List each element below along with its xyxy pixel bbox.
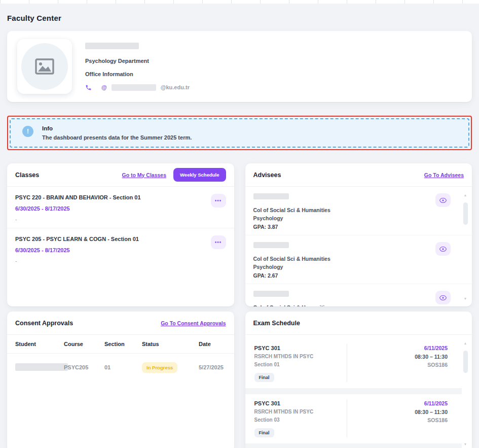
faculty-center-page: Faculty Center Psychology Department Off… bbox=[0, 4, 479, 448]
consent-approvals-header: Consent Approvals Go To Consent Approval… bbox=[7, 312, 234, 335]
more-options-button[interactable]: ••• bbox=[211, 235, 226, 249]
column-header-section: Section bbox=[104, 341, 142, 347]
exam-schedule-header: Exam Schedule bbox=[245, 312, 472, 335]
info-banner-message: The dashboard presents data for the Summ… bbox=[42, 134, 192, 141]
exam-room: SOS186 bbox=[353, 416, 448, 424]
at-icon: @ bbox=[101, 84, 107, 90]
scroll-up-icon[interactable]: ▲ bbox=[464, 341, 467, 346]
profile-office-label: Office Information bbox=[85, 71, 190, 77]
exam-room: SOS186 bbox=[353, 361, 448, 369]
class-title: PSYC 220 - BRAIN AND BEHAVIOR - Section … bbox=[15, 194, 226, 200]
phone-icon bbox=[85, 84, 92, 91]
view-advisee-button[interactable] bbox=[435, 193, 451, 207]
more-options-icon: ••• bbox=[215, 239, 222, 245]
eye-icon bbox=[439, 295, 447, 300]
more-options-button[interactable]: ••• bbox=[211, 194, 226, 208]
go-to-consent-approvals-link[interactable]: Go To Consent Approvals bbox=[161, 320, 226, 326]
exam-name: RSRCH MTHDS IN PSYC bbox=[254, 353, 347, 361]
consent-approvals-title: Consent Approvals bbox=[15, 320, 73, 327]
class-item: PSYC 205 - PSYC LEARN & COGN - Section 0… bbox=[7, 228, 234, 269]
column-header-student: Student bbox=[15, 341, 64, 347]
info-banner-annotation: ! Info The dashboard presents data for t… bbox=[7, 116, 472, 150]
column-header-status: Status bbox=[142, 341, 199, 347]
exam-schedule-title: Exam Schedule bbox=[253, 320, 300, 327]
consent-approvals-card: Consent Approvals Go To Consent Approval… bbox=[7, 312, 234, 448]
exam-list: PSYC 301 RSRCH MTHDS IN PSYC Section 01 … bbox=[245, 335, 472, 448]
advisees-card: Advisees Go To Advisees Col of Social Sc… bbox=[245, 163, 472, 306]
classes-header: Classes Go to My Classes Weekly Schedule bbox=[7, 163, 234, 187]
more-options-icon: ••• bbox=[215, 198, 222, 203]
consent-course: PSYC205 bbox=[64, 364, 104, 370]
exam-schedule-card: Exam Schedule PSYC 301 RSRCH MTHDS IN PS… bbox=[245, 312, 472, 448]
consent-date: 5/27/2025 bbox=[199, 364, 226, 370]
info-banner: ! Info The dashboard presents data for t… bbox=[10, 118, 469, 148]
avatar bbox=[17, 39, 72, 94]
exam-name: RSRCH MTHDS IN PSYC bbox=[254, 408, 347, 416]
info-banner-title: Info bbox=[42, 125, 192, 131]
view-advisee-button[interactable] bbox=[435, 291, 451, 304]
scroll-up-icon[interactable]: ▲ bbox=[464, 193, 467, 198]
advisee-name-redacted bbox=[253, 291, 289, 297]
consent-table-row: PSYC205 01 In Progress 5/27/2025 bbox=[7, 354, 234, 381]
email-user-redacted bbox=[112, 84, 156, 91]
class-item: PSYC 220 - BRAIN AND BEHAVIOR - Section … bbox=[7, 187, 234, 228]
advisee-gpa: GPA: 2.67 bbox=[253, 272, 464, 279]
exam-date: 6/11/2025 bbox=[353, 399, 448, 408]
exam-course: PSYC 301 bbox=[254, 399, 347, 408]
eye-icon bbox=[439, 198, 447, 203]
profile-department: Psychology Department bbox=[85, 58, 190, 64]
go-to-my-classes-link[interactable]: Go to My Classes bbox=[122, 172, 167, 178]
advisee-item: Col of Social Sci & Humanities Psycholog… bbox=[245, 187, 472, 235]
exam-item: PSYC 301 RSRCH MTHDS IN PSYC Section 03 … bbox=[245, 394, 456, 443]
consent-section: 01 bbox=[104, 364, 142, 370]
scroll-down-icon[interactable]: ▼ bbox=[464, 442, 467, 447]
exam-date: 6/11/2025 bbox=[353, 344, 448, 353]
class-title: PSYC 205 - PSYC LEARN & COGN - Section 0… bbox=[15, 236, 226, 242]
exam-time: 08:30 – 11:30 bbox=[353, 408, 448, 416]
email-domain: @ku.edu.tr bbox=[161, 84, 190, 90]
advisees-header: Advisees Go To Advisees bbox=[245, 163, 472, 187]
scrollbar-thumb[interactable] bbox=[463, 351, 468, 373]
advisees-title: Advisees bbox=[253, 171, 281, 179]
profile-info: Psychology Department Office Information… bbox=[85, 43, 190, 91]
advisee-college: Col of Social Sci & Humanities bbox=[253, 255, 464, 263]
advisee-program: Psychology bbox=[253, 263, 464, 271]
exam-type-badge: Final bbox=[254, 428, 274, 437]
classes-actions: Go to My Classes Weekly Schedule bbox=[122, 168, 226, 182]
exam-datetime: 6/11/2025 08:30 – 11:30 SOS186 bbox=[347, 399, 456, 437]
column-header-date: Date bbox=[199, 341, 226, 347]
class-extra: - bbox=[15, 217, 226, 222]
info-banner-text: Info The dashboard presents data for the… bbox=[42, 124, 192, 141]
view-advisee-button[interactable] bbox=[435, 242, 451, 256]
student-name-redacted bbox=[15, 363, 68, 371]
go-to-advisees-link[interactable]: Go To Advisees bbox=[424, 172, 464, 178]
exam-course: PSYC 301 bbox=[254, 344, 347, 353]
profile-contact-row: @ @ku.edu.tr bbox=[85, 84, 190, 91]
exam-datetime: 6/11/2025 08:30 – 11:30 SOS186 bbox=[347, 344, 456, 382]
status-badge: In Progress bbox=[142, 362, 177, 373]
scroll-down-icon[interactable]: ▼ bbox=[464, 296, 467, 301]
exam-info: PSYC 301 RSRCH MTHDS IN PSYC Section 01 … bbox=[254, 344, 347, 382]
avatar-circle bbox=[21, 43, 68, 90]
advisee-gpa: GPA: 3.87 bbox=[253, 224, 464, 230]
exam-scrollbar: ▲ ▼ bbox=[462, 341, 468, 447]
weekly-schedule-button[interactable]: Weekly Schedule bbox=[173, 168, 226, 182]
advisee-item: Col of Social Sci & Humanities Psycholog… bbox=[245, 235, 472, 284]
exam-section: Section 03 bbox=[254, 416, 347, 424]
class-dates: 6/30/2025 - 8/17/2025 bbox=[15, 205, 226, 212]
page-title: Faculty Center bbox=[7, 14, 472, 22]
exam-item: PSYC 301 RSRCH MTHDS IN PSYC Section 01 … bbox=[245, 339, 456, 388]
exam-type-badge: Final bbox=[254, 373, 274, 382]
image-placeholder-icon bbox=[35, 58, 54, 75]
advisee-program: Psychology bbox=[253, 214, 464, 222]
scrollbar-thumb[interactable] bbox=[463, 202, 468, 225]
advisee-college: Col of Social Sci & Humanities bbox=[253, 303, 464, 306]
classes-card: Classes Go to My Classes Weekly Schedule… bbox=[7, 163, 234, 306]
advisees-scrollbar: ▲ ▼ bbox=[462, 193, 468, 301]
exam-list-separator bbox=[245, 443, 462, 448]
column-header-course: Course bbox=[64, 341, 104, 347]
top-strip bbox=[0, 0, 479, 4]
info-icon: ! bbox=[22, 126, 33, 137]
class-dates: 6/30/2025 - 8/17/2025 bbox=[15, 247, 226, 253]
eye-icon bbox=[439, 247, 447, 252]
